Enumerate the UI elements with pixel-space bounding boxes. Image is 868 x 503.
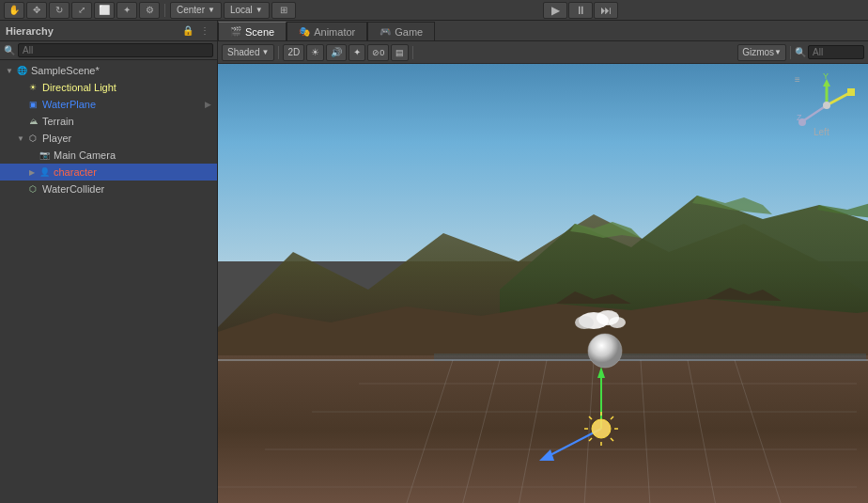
hierarchy-content: 🌐 SampleScene* ☀ Directional Light ▣ Wat… (0, 60, 217, 503)
collider-icon: ⬡ (26, 182, 39, 196)
effect-toggle-button[interactable]: ✦ (349, 44, 365, 61)
search-icon: 🔍 (4, 45, 15, 55)
expand-arrow-terrain (15, 116, 26, 127)
terrain-svg (218, 64, 868, 503)
hierarchy-item-waterplane[interactable]: ▣ WaterPlane ▶ (0, 96, 217, 113)
waterplane-more-icon[interactable]: ▶ (200, 97, 215, 112)
transform-tool-button[interactable]: ✦ (116, 2, 137, 19)
scene-icon: 🌐 (15, 64, 28, 77)
game-tab-icon: 🎮 (380, 26, 391, 37)
gizmos-button[interactable]: Gizmos ▼ (737, 44, 786, 61)
local-chevron-icon: ▼ (256, 6, 263, 14)
terrain-icon: ⛰ (26, 115, 39, 128)
tab-bar: 🎬 Scene 🎭 Animator 🎮 Game (218, 21, 868, 41)
svg-point-40 (575, 316, 594, 329)
svg-line-47 (804, 105, 827, 120)
hand-tool-button[interactable]: ✋ (4, 2, 24, 19)
local-label: Local (230, 5, 253, 15)
scene-panel: 🎬 Scene 🎭 Animator 🎮 Game Shaded ▼ 2D ☀ (218, 21, 868, 503)
svg-point-37 (588, 334, 622, 368)
play-controls: ▶ ⏸ ⏭ (543, 2, 618, 19)
light-icon: ☀ (26, 81, 39, 94)
hierarchy-item-character[interactable]: 👤 character (0, 164, 217, 181)
svg-text:Y: Y (823, 71, 829, 81)
audio-toggle-button[interactable]: 🔊 (326, 44, 347, 61)
hierarchy-item-maincamera[interactable]: 📷 Main Camera (0, 147, 217, 164)
camera-icon: 📷 (38, 149, 51, 162)
scene-tab-label: Scene (245, 26, 274, 38)
svg-rect-51 (847, 88, 855, 96)
2d-button[interactable]: 2D (283, 44, 304, 61)
play-button[interactable]: ▶ (543, 2, 567, 19)
samplescene-label: SampleScene* (31, 65, 217, 76)
hierarchy-more-icon[interactable]: ⋮ (198, 24, 211, 38)
expand-arrow-samplescene (4, 65, 15, 76)
player-label: Player (42, 133, 217, 144)
expand-arrow-cam (26, 149, 38, 161)
svg-point-52 (823, 102, 830, 109)
step-button[interactable]: ⏭ (594, 2, 618, 19)
move-tool-button[interactable]: ✥ (26, 2, 47, 19)
pause-button[interactable]: ⏸ (568, 2, 593, 19)
hierarchy-item-samplescene[interactable]: 🌐 SampleScene* (0, 62, 217, 79)
game-tab-label: Game (395, 26, 423, 38)
hierarchy-title: Hierarchy (6, 25, 54, 37)
scale-tool-button[interactable]: ⤢ (71, 2, 92, 19)
hierarchy-lock-icon[interactable]: 🔒 (181, 24, 194, 38)
directionallight-label: Directional Light (42, 82, 217, 93)
hierarchy-item-player[interactable]: ⬡ Player (0, 130, 217, 147)
expand-arrow-dl (15, 82, 26, 93)
animator-tab-label: Animator (314, 26, 355, 38)
svg-point-28 (592, 419, 611, 438)
expand-arrow-wp (15, 99, 26, 110)
scene-sep-2 (412, 46, 413, 59)
rotate-tool-button[interactable]: ↻ (49, 2, 70, 19)
center-label: Center (177, 5, 205, 15)
light-toggle-button[interactable]: ☀ (306, 44, 324, 61)
svg-text:Left: Left (814, 127, 829, 137)
character-label: character (54, 166, 217, 178)
hierarchy-item-terrain[interactable]: ⛰ Terrain (0, 113, 217, 130)
tab-animator[interactable]: 🎭 Animator (287, 22, 367, 40)
gizmos-area: Gizmos ▼ 🔍 (737, 44, 864, 61)
tab-game[interactable]: 🎮 Game (367, 22, 435, 40)
2d-label: 2D (287, 47, 300, 57)
grid-button[interactable]: ⊞ (271, 2, 296, 19)
hierarchy-search-input[interactable] (18, 43, 213, 57)
hide-overlay-button[interactable]: ⊘0 (367, 44, 389, 61)
tab-scene[interactable]: 🎬 Scene (218, 22, 287, 40)
local-dropdown[interactable]: Local ▼ (224, 2, 270, 19)
hierarchy-search-bar: 🔍 (0, 41, 217, 60)
gizmos-label: Gizmos (742, 47, 774, 57)
scene-sep-1 (278, 46, 279, 59)
shaded-label: Shaded (227, 47, 259, 57)
hierarchy-item-directionallight[interactable]: ☀ Directional Light (0, 79, 217, 96)
gizmos-chevron-icon: ▼ (774, 48, 782, 56)
maincamera-label: Main Camera (54, 149, 217, 161)
scene-gizmo[interactable]: ≡ Y Z Le (793, 71, 860, 139)
waterplane-label: WaterPlane (42, 99, 200, 110)
waterplane-icon: ▣ (26, 98, 39, 111)
animator-tab-icon: 🎭 (299, 26, 310, 37)
rect-tool-button[interactable]: ⬜ (94, 2, 115, 19)
scene-toolbar: Shaded ▼ 2D ☀ 🔊 ✦ ⊘0 ▤ Gizmos ▼ 🔍 (218, 41, 868, 64)
hierarchy-header-icons: 🔒 ⋮ (181, 24, 211, 38)
stats-button[interactable]: ▤ (391, 44, 409, 61)
svg-text:≡: ≡ (795, 74, 800, 85)
center-chevron-icon: ▼ (208, 6, 215, 14)
watercollider-label: WaterCollider (42, 183, 217, 195)
svg-point-41 (609, 317, 626, 328)
svg-text:Z: Z (797, 113, 802, 122)
scene-viewport[interactable]: ≡ Y Z Le (218, 64, 868, 503)
center-dropdown[interactable]: Center ▼ (170, 2, 222, 19)
expand-arrow-wc (15, 183, 26, 195)
search-icon-2: 🔍 (795, 47, 806, 57)
custom-tool-button[interactable]: ⚙ (139, 2, 160, 19)
terrain-label: Terrain (42, 116, 217, 127)
character-icon: 👤 (38, 165, 51, 179)
shaded-chevron-icon: ▼ (261, 48, 269, 56)
hierarchy-item-watercollider[interactable]: ⬡ WaterCollider (0, 181, 217, 197)
scene-search-input[interactable] (808, 45, 864, 59)
expand-arrow-player (15, 133, 26, 144)
shaded-dropdown[interactable]: Shaded ▼ (222, 44, 274, 61)
